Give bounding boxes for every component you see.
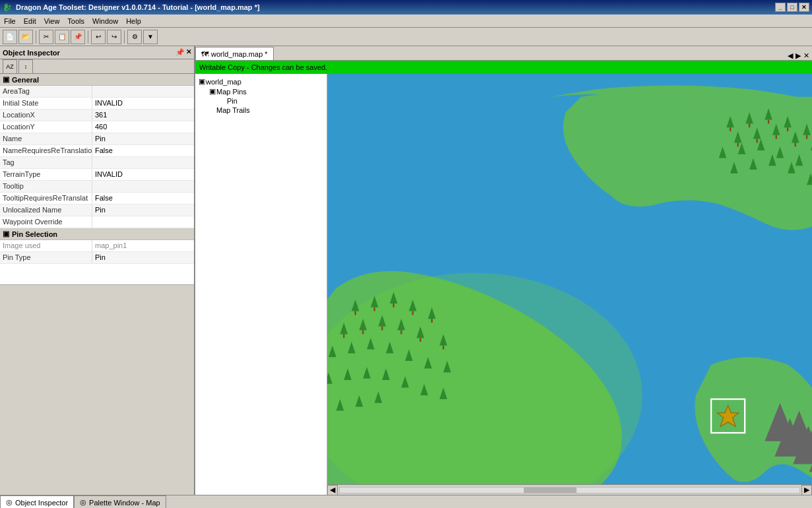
prop-locationy: LocationY 460 [0,121,194,133]
action-button[interactable]: ⚙ [127,30,142,44]
writable-message: Writable Copy - Changes can be saved. [199,63,327,71]
tab-bar: 🗺 world_map.map * ◀ ▶ ✕ [195,46,812,61]
prop-terraintype: TerrainType INVALID [0,169,194,181]
bottom-tab-palette-window[interactable]: ◎ Palette Window - Map [74,495,166,508]
prop-waypoint-override: Waypoint Override [0,216,194,228]
bottom-tab-palette-icon: ◎ [80,498,86,507]
title-bar-controls: _ □ ✕ [775,3,809,12]
tree-expand-icon: ▣ [198,77,206,86]
menu-bar: File Edit View Tools Window Help [0,15,812,28]
pin-icon[interactable]: 📌 [175,48,185,57]
menu-tools[interactable]: Tools [63,16,88,26]
tab-nav-left-icon[interactable]: ◀ [788,51,793,60]
map-canvas[interactable]: ◀ ▶ [327,74,812,495]
menu-window[interactable]: Window [88,16,122,26]
tree-item-map-trails[interactable]: Map Trails [198,106,324,115]
tree-item-pin[interactable]: Pin [198,96,324,106]
menu-view[interactable]: View [40,16,64,26]
writable-bar: Writable Copy - Changes can be saved. [195,61,812,74]
toolbar-sep1 [36,30,36,44]
tab-world-map[interactable]: 🗺 world_map.map * [195,47,274,60]
section-general[interactable]: ▣ General [0,74,194,86]
svg-rect-28 [749,123,750,127]
sort-category-button[interactable]: ↕ [18,59,33,74]
tree-item-world-map[interactable]: ▣ world_map [198,77,324,86]
prop-tooltip-requires-retranslat: TooltipRequiresReTranslat False [0,193,194,205]
maximize-button[interactable]: □ [787,3,797,12]
tab-nav-right-icon[interactable]: ▶ [796,51,801,60]
tree-item-label-2: Map Pins [216,88,247,96]
menu-edit[interactable]: Edit [20,16,40,26]
copy-button[interactable]: 📋 [55,30,69,44]
inspector-title: Object Inspector [3,49,60,57]
cut-button[interactable]: ✂ [39,30,53,44]
toolbar: 📄 📂 ✂ 📋 📌 ↩ ↪ ⚙ ▼ [0,28,812,46]
inspector-close-icon[interactable]: ✕ [186,48,191,57]
title-bar: 🐉 Dragon Age Toolset: Designer v1.0.0.71… [0,0,812,15]
prop-name: Name Pin [0,133,194,145]
tab-world-map-icon: 🗺 [201,50,208,58]
svg-rect-74 [381,327,383,331]
bottom-tab-inspector-icon: ◎ [6,498,13,507]
svg-rect-73 [362,331,363,334]
inspector-content: ▣ General AreaTag Initial State INVALID … [0,74,194,284]
svg-rect-72 [343,334,344,338]
tree-expand-icon-2: ▣ [208,87,216,96]
menu-help[interactable]: Help [122,16,145,26]
bottom-tab-object-inspector[interactable]: ◎ Object Inspector [0,495,74,508]
prop-tooltip: Tooltip [0,181,194,193]
section-general-label: General [12,76,39,84]
svg-rect-30 [787,127,788,131]
toolbar-sep2 [88,30,88,44]
undo-button[interactable]: ↩ [91,30,106,44]
svg-rect-34 [757,139,758,143]
close-button[interactable]: ✕ [799,3,809,12]
new-button[interactable]: 📄 [3,30,17,44]
toolbar-sep3 [124,30,125,44]
open-button[interactable]: 📂 [18,30,33,44]
menu-file[interactable]: File [0,16,20,26]
scroll-track-h[interactable] [339,487,800,493]
sort-alpha-button[interactable]: AZ [3,59,17,74]
svg-rect-67 [355,311,356,315]
prop-tag: Tag [0,157,194,169]
svg-rect-31 [806,135,807,139]
inspector-empty [0,284,194,495]
inspector-toolbar: AZ ↕ [0,59,194,74]
scroll-right-button[interactable]: ▶ [801,485,812,495]
title-text: Dragon Age Toolset: Designer v1.0.0.714 … [16,3,260,11]
minimize-button[interactable]: _ [775,3,786,12]
bottom-tab-inspector-label: Object Inspector [15,499,68,507]
prop-image-used: Image used map_pin1 [0,240,194,252]
prop-name-requires-retranslation: NameRequiresReTranslatio False [0,145,194,157]
section-pin-selection[interactable]: ▣ Pin Selection [0,228,194,240]
svg-rect-77 [443,346,444,350]
redo-button[interactable]: ↪ [107,30,121,44]
tab-controls: ◀ ▶ ✕ [785,51,812,60]
title-bar-left: 🐉 Dragon Age Toolset: Designer v1.0.0.71… [3,3,260,12]
bottom-tab-palette-label: Palette Window - Map [89,499,160,507]
section-pin-collapse-icon: ▣ [3,230,9,238]
map-svg [327,74,812,495]
svg-rect-27 [730,127,731,131]
tree-panel: ▣ world_map ▣ Map Pins Pin Map Trails [195,74,327,495]
svg-rect-70 [412,311,414,315]
section-pin-label: Pin Selection [12,230,57,238]
map-scrollbar-h[interactable]: ◀ ▶ [327,484,812,495]
main-layout: Object Inspector 📌 ✕ AZ ↕ ▣ General Area… [0,46,812,495]
scroll-thumb-h[interactable] [524,488,577,493]
svg-rect-75 [400,331,402,334]
paste-button[interactable]: 📌 [71,30,85,44]
down-button[interactable]: ▼ [143,30,158,44]
svg-rect-68 [374,307,375,311]
tree-item-label-4: Map Trails [216,106,250,114]
svg-rect-35 [776,135,777,139]
scroll-left-button[interactable]: ◀ [327,485,338,495]
svg-rect-29 [768,120,769,124]
tab-close-icon[interactable]: ✕ [803,51,809,60]
tree-item-map-pins[interactable]: ▣ Map Pins [198,86,324,96]
section-general-collapse-icon: ▣ [3,75,9,84]
svg-rect-69 [393,303,394,307]
content-area: ▣ world_map ▣ Map Pins Pin Map Trails [195,74,812,495]
tab-world-map-label: world_map.map * [211,50,268,58]
